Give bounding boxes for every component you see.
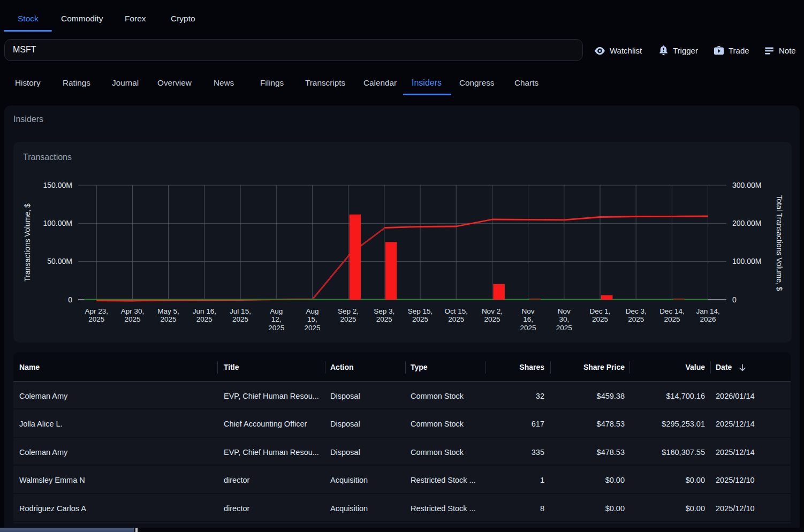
- svg-text:Jun 16,: Jun 16,: [193, 307, 216, 315]
- svg-text:2025: 2025: [628, 315, 644, 323]
- svg-text:Transactions Volume, $: Transactions Volume, $: [23, 203, 32, 282]
- svg-text:2025: 2025: [304, 324, 320, 332]
- svg-text:2025: 2025: [340, 315, 357, 323]
- svg-text:Aug: Aug: [306, 307, 318, 315]
- svg-text:Nov 2,: Nov 2,: [482, 307, 503, 315]
- svg-text:2025: 2025: [88, 315, 104, 323]
- svg-text:2025: 2025: [556, 324, 572, 332]
- svg-text:Dec 1,: Dec 1,: [589, 307, 610, 315]
- svg-text:May 5,: May 5,: [157, 307, 179, 315]
- svg-text:Sep 3,: Sep 3,: [374, 307, 395, 315]
- svg-text:2025: 2025: [448, 315, 464, 323]
- svg-text:2025: 2025: [484, 315, 500, 323]
- svg-text:2025: 2025: [664, 315, 680, 323]
- svg-text:Nov: Nov: [522, 307, 535, 315]
- svg-text:Dec 3,: Dec 3,: [626, 307, 647, 315]
- svg-text:2025: 2025: [161, 315, 177, 323]
- svg-text:2025: 2025: [412, 315, 428, 323]
- svg-text:30,: 30,: [559, 315, 569, 323]
- svg-text:12,: 12,: [271, 315, 282, 323]
- svg-text:100.00M: 100.00M: [43, 219, 72, 227]
- svg-text:Nov: Nov: [558, 307, 571, 315]
- svg-text:Apr 23,: Apr 23,: [85, 307, 108, 315]
- svg-text:Sep 2,: Sep 2,: [338, 307, 359, 315]
- svg-text:2026: 2026: [700, 315, 716, 323]
- svg-text:Dec 14,: Dec 14,: [659, 307, 685, 315]
- svg-text:2025: 2025: [124, 315, 140, 323]
- svg-text:16,: 16,: [523, 315, 533, 323]
- svg-text:Aug: Aug: [270, 307, 283, 315]
- svg-text:Sep 15,: Sep 15,: [408, 307, 433, 315]
- svg-text:2025: 2025: [592, 315, 608, 323]
- svg-text:300.00M: 300.00M: [732, 181, 761, 189]
- svg-text:15,: 15,: [307, 315, 317, 323]
- svg-text:200.00M: 200.00M: [732, 219, 761, 227]
- svg-text:0: 0: [68, 295, 72, 304]
- svg-text:2025: 2025: [520, 324, 536, 332]
- svg-text:2025: 2025: [196, 315, 213, 323]
- svg-text:50.00M: 50.00M: [47, 257, 72, 265]
- svg-text:Total Transactions Volume, $: Total Transactions Volume, $: [775, 195, 784, 291]
- svg-text:Jul 15,: Jul 15,: [230, 307, 251, 315]
- svg-text:Jan 14,: Jan 14,: [696, 307, 719, 315]
- svg-text:0: 0: [732, 295, 737, 304]
- svg-text:150.00M: 150.00M: [43, 181, 72, 189]
- svg-text:2025: 2025: [232, 315, 248, 323]
- svg-text:Oct 15,: Oct 15,: [444, 307, 468, 315]
- svg-text:100.00M: 100.00M: [732, 257, 761, 265]
- svg-text:Apr 30,: Apr 30,: [121, 307, 145, 315]
- svg-text:2025: 2025: [268, 324, 284, 332]
- svg-text:2025: 2025: [376, 315, 392, 323]
